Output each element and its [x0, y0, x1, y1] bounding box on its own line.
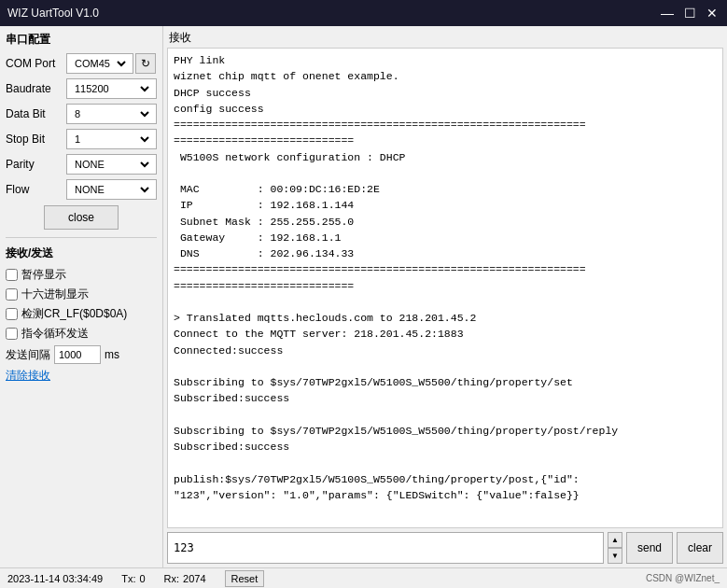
tx-value: 0	[139, 573, 145, 584]
send-recv-section: 接收/发送 暂停显示 十六进制显示 检测CR_LF($0D$0A) 指令循环发送…	[6, 245, 157, 384]
pause-display-row: 暂停显示	[6, 267, 157, 283]
databit-row: Data Bit 8 7	[6, 104, 157, 124]
minimize-button[interactable]: —	[660, 6, 675, 21]
baudrate-label: Baudrate	[6, 82, 66, 95]
maximize-button[interactable]: ☐	[682, 6, 697, 21]
refresh-button[interactable]: ↻	[135, 53, 156, 74]
window-controls: — ☐ ✕	[660, 6, 720, 21]
send-button[interactable]: send	[626, 532, 673, 564]
baudrate-select-wrapper[interactable]: 115200 9600	[66, 78, 157, 99]
serial-close-button[interactable]: close	[44, 205, 119, 230]
status-bar: 2023-11-14 03:34:49 Tx: 0 Rx: 2074 Reset…	[0, 567, 727, 588]
send-area: ▲ ▼ send clear	[163, 528, 727, 567]
interval-unit: ms	[105, 348, 119, 361]
clear-send-button[interactable]: clear	[677, 532, 723, 564]
title-bar: WIZ UartTool V1.0 — ☐ ✕	[0, 0, 727, 26]
stopbit-row: Stop Bit 1 2	[6, 129, 157, 149]
baudrate-select[interactable]: 115200 9600	[71, 82, 152, 95]
stopbit-select[interactable]: 1 2	[71, 133, 152, 146]
app-title: WIZ UartTool V1.0	[7, 7, 99, 20]
crlf-checkbox[interactable]	[6, 308, 18, 320]
flow-label: Flow	[6, 183, 66, 196]
interval-row: 发送间隔 ms	[6, 345, 157, 364]
send-recv-title: 接收/发送	[6, 245, 157, 261]
databit-select[interactable]: 8 7	[71, 107, 152, 120]
baudrate-row: Baudrate 115200 9600	[6, 78, 157, 99]
recv-label: 接收	[163, 26, 727, 48]
loop-send-row: 指令循环发送	[6, 326, 157, 342]
parity-select[interactable]: NONE ODD EVEN	[71, 158, 152, 171]
interval-label: 发送间隔	[6, 347, 50, 363]
com-port-row: COM Port COM45 COM1 ↻	[6, 53, 157, 74]
pause-display-checkbox[interactable]	[6, 269, 18, 281]
databit-label: Data Bit	[6, 107, 66, 120]
divider	[6, 237, 157, 238]
clear-recv-button[interactable]: 清除接收	[6, 368, 50, 384]
rx-label: Rx:	[164, 573, 180, 584]
com-port-select-wrapper[interactable]: COM45 COM1	[66, 53, 133, 74]
stopbit-label: Stop Bit	[6, 133, 66, 146]
parity-select-wrapper[interactable]: NONE ODD EVEN	[66, 154, 157, 175]
close-window-button[interactable]: ✕	[705, 6, 720, 21]
com-port-select[interactable]: COM45 COM1	[71, 57, 129, 70]
stopbit-select-wrapper[interactable]: 1 2	[66, 129, 157, 149]
pause-display-label: 暂停显示	[21, 267, 66, 283]
serial-config-title: 串口配置	[6, 32, 157, 48]
tx-status: Tx: 0	[121, 573, 145, 584]
left-panel: 串口配置 COM Port COM45 COM1 ↻ Baudrate 1152…	[0, 26, 163, 567]
terminal-output: PHY link wiznet chip mqtt of onenet exam…	[167, 48, 723, 528]
interval-input[interactable]	[54, 345, 101, 364]
databit-select-wrapper[interactable]: 8 7	[66, 104, 157, 124]
loop-send-checkbox[interactable]	[6, 328, 18, 340]
right-panel: 接收 PHY link wiznet chip mqtt of onenet e…	[163, 26, 727, 567]
flow-select[interactable]: NONE RTS/CTS	[71, 183, 152, 196]
send-scroll-buttons: ▲ ▼	[608, 532, 622, 564]
hex-display-label: 十六进制显示	[21, 287, 89, 302]
com-port-label: COM Port	[6, 57, 66, 70]
crlf-row: 检测CR_LF($0D$0A)	[6, 306, 157, 322]
loop-send-label: 指令循环发送	[21, 326, 89, 342]
datetime-label: 2023-11-14 03:34:49	[7, 573, 103, 584]
scroll-down-button[interactable]: ▼	[608, 548, 622, 564]
parity-label: Parity	[6, 158, 66, 171]
send-input[interactable]	[167, 532, 604, 564]
rx-status: Rx: 2074	[164, 573, 206, 584]
crlf-label: 检测CR_LF($0D$0A)	[21, 306, 127, 322]
scroll-up-button[interactable]: ▲	[608, 532, 622, 548]
watermark: CSDN @WIZnet_	[646, 573, 720, 583]
tx-label: Tx:	[121, 573, 135, 584]
reset-button[interactable]: Reset	[225, 570, 265, 587]
hex-display-checkbox[interactable]	[6, 288, 18, 301]
rx-value: 2074	[183, 573, 205, 584]
main-layout: 串口配置 COM Port COM45 COM1 ↻ Baudrate 1152…	[0, 26, 727, 567]
hex-display-row: 十六进制显示	[6, 287, 157, 302]
flow-select-wrapper[interactable]: NONE RTS/CTS	[66, 179, 157, 200]
parity-row: Parity NONE ODD EVEN	[6, 154, 157, 175]
flow-row: Flow NONE RTS/CTS	[6, 179, 157, 200]
